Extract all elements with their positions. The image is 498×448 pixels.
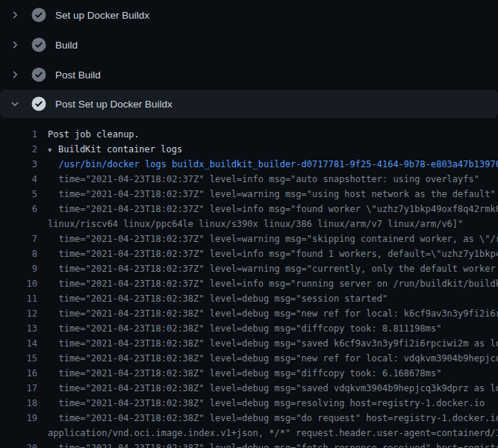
log-line: 5 time="2021-04-23T18:02:37Z" level=warn… [0,187,498,202]
chevron-right-icon[interactable] [9,70,21,79]
log-line: 12 time="2021-04-23T18:02:38Z" level=deb… [0,306,498,321]
line-number[interactable]: 16 [0,366,37,381]
line-number[interactable]: 4 [0,172,37,187]
line-number[interactable]: 18 [0,396,37,411]
log-line: 17 time="2021-04-23T18:02:38Z" level=deb… [0,381,498,396]
log-text: time="2021-04-23T18:02:38Z" level=debug … [48,366,498,381]
log-text: time="2021-04-23T18:02:37Z" level=warnin… [48,187,498,202]
line-number[interactable]: 8 [0,246,37,261]
line-number[interactable]: 14 [0,336,37,351]
log-line: 14 time="2021-04-23T18:02:38Z" level=deb… [0,336,498,351]
log-text: time="2021-04-23T18:02:37Z" level=info m… [48,246,498,261]
log-line: 11 time="2021-04-23T18:02:38Z" level=deb… [0,291,498,306]
line-number[interactable]: 5 [0,187,37,202]
log-line: 19 time="2021-04-23T18:02:38Z" level=deb… [0,411,498,426]
line-number [0,426,37,441]
log-viewer: 1 Post job cleanup. 2 ▼BuildKit containe… [0,119,498,448]
check-circle-icon [31,96,46,111]
step-row-post-build[interactable]: Post Build [0,60,498,90]
log-text: time="2021-04-23T18:02:38Z" level=debug … [48,381,498,396]
line-number[interactable]: 2 [0,142,37,157]
step-title: Post Build [55,69,101,81]
log-text: time="2021-04-23T18:02:38Z" level=debug … [48,336,498,351]
chevron-down-icon[interactable] [9,99,21,108]
step-row-build[interactable]: Build [0,30,498,60]
line-number[interactable]: 20 [0,441,37,448]
line-number [0,217,37,231]
log-text: Post job cleanup. [48,127,498,142]
log-line: 20 time="2021-04-23T18:02:38Z" level=deb… [0,441,498,448]
check-circle-icon [31,7,46,22]
chevron-right-icon[interactable] [9,10,21,19]
line-number[interactable]: 15 [0,351,37,366]
log-text: linux/riscv64 linux/ppc64le linux/s390x … [48,217,498,231]
line-number[interactable]: 10 [0,276,37,291]
log-line-continuation: application/vnd.oci.image.index.v1+json,… [0,426,498,441]
log-text: time="2021-04-23T18:02:38Z" level=debug … [48,321,498,336]
line-number[interactable]: 17 [0,381,37,396]
log-text: application/vnd.oci.image.index.v1+json,… [48,426,498,441]
log-line: 9 time="2021-04-23T18:02:37Z" level=warn… [0,261,498,276]
step-title: Post Set up Docker Buildx [55,99,172,110]
check-circle-icon [31,37,46,52]
triangle-down-icon[interactable]: ▼ [48,143,58,157]
log-text: time="2021-04-23T18:02:38Z" level=debug … [48,441,498,448]
log-text: time="2021-04-23T18:02:37Z" level=warnin… [48,231,498,246]
line-number[interactable]: 13 [0,321,37,336]
log-line: 6 time="2021-04-23T18:02:37Z" level=info… [0,202,498,217]
log-text: BuildKit container logs [58,144,182,155]
step-row-post-set-up-docker-buildx[interactable]: Post Set up Docker Buildx [0,90,498,118]
log-line: 4 time="2021-04-23T18:02:37Z" level=info… [0,172,498,187]
log-line-continuation: linux/riscv64 linux/ppc64le linux/s390x … [0,217,498,231]
line-number[interactable]: 6 [0,202,37,217]
log-line: 18 time="2021-04-23T18:02:38Z" level=deb… [0,396,498,411]
log-text: time="2021-04-23T18:02:37Z" level=warnin… [48,261,498,276]
log-text: time="2021-04-23T18:02:38Z" level=debug … [48,396,498,411]
log-line: 16 time="2021-04-23T18:02:38Z" level=deb… [0,366,498,381]
log-text: time="2021-04-23T18:02:38Z" level=debug … [48,291,498,306]
step-title: Set up Docker Buildx [55,10,149,21]
log-text: time="2021-04-23T18:02:37Z" level=info m… [48,172,498,187]
log-text: time="2021-04-23T18:02:38Z" level=debug … [48,411,498,426]
log-line: 13 time="2021-04-23T18:02:38Z" level=deb… [0,321,498,336]
log-text: time="2021-04-23T18:02:38Z" level=debug … [48,306,498,321]
log-line: 3 /usr/bin/docker logs buildx_buildkit_b… [0,157,498,172]
log-line: 15 time="2021-04-23T18:02:38Z" level=deb… [0,351,498,366]
check-circle-icon [31,67,46,82]
log-text: /usr/bin/docker logs buildx_buildkit_bui… [48,157,498,172]
line-number[interactable]: 12 [0,306,37,321]
line-number[interactable]: 9 [0,261,37,276]
step-row-set-up-docker-buildx[interactable]: Set up Docker Buildx [0,0,498,30]
log-line: 10 time="2021-04-23T18:02:37Z" level=inf… [0,276,498,291]
log-text: time="2021-04-23T18:02:37Z" level=info m… [48,202,498,217]
line-number[interactable]: 1 [0,127,37,142]
log-line: 7 time="2021-04-23T18:02:37Z" level=warn… [0,231,498,246]
chevron-right-icon[interactable] [9,40,21,49]
line-number[interactable]: 19 [0,411,37,426]
log-line: 1 Post job cleanup. [0,127,498,142]
steps-list: Set up Docker Buildx Build Post Build Po… [0,0,498,118]
step-title: Build [55,40,78,51]
line-number[interactable]: 11 [0,291,37,306]
log-line-group-header: 2 ▼BuildKit container logs [0,142,498,157]
line-number[interactable]: 3 [0,157,37,172]
log-text: time="2021-04-23T18:02:38Z" level=debug … [48,351,498,366]
line-number[interactable]: 7 [0,231,37,246]
log-line: 8 time="2021-04-23T18:02:37Z" level=info… [0,246,498,261]
log-text: time="2021-04-23T18:02:37Z" level=info m… [48,276,498,291]
